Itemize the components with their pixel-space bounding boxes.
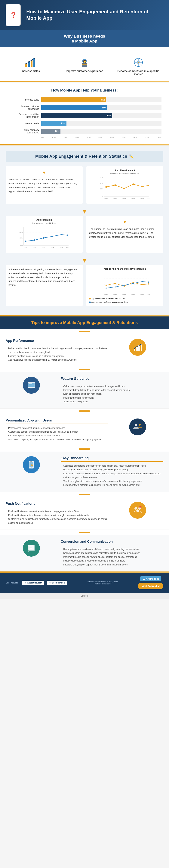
bar-fill-2: 59% — [41, 113, 112, 118]
svg-point-87 — [141, 344, 142, 345]
svg-text:2014: 2014 — [123, 198, 126, 199]
svg-point-63 — [114, 283, 116, 284]
tip-icon-box-app-performance — [112, 339, 163, 356]
push-notifications-icon: ! — [129, 502, 146, 519]
header-section: ❓ How to Maximize User Engagement and Re… — [0, 0, 169, 30]
source-bar: Source: — [0, 593, 169, 599]
svg-text:2012: 2012 — [104, 293, 108, 295]
svg-point-99 — [31, 468, 32, 468]
conversion-communication-icon — [23, 540, 40, 557]
list-item: Push notification expresses the retentio… — [6, 509, 108, 513]
legend-retention: App Retention (% of users with 11 or mor… — [89, 301, 129, 303]
personalized-app-icon — [129, 418, 146, 435]
pencil-icon: ✏️ — [129, 154, 134, 159]
list-item: Teach through action to expose gestures/… — [61, 479, 163, 483]
tip-card-feature-guidance: Feature Guidance Guide users on app impo… — [0, 372, 169, 408]
svg-point-73 — [148, 281, 149, 283]
why-card-sales-title: Increase Sales — [8, 69, 53, 72]
bar-chart: Increase sales 54% Improve customerexper… — [7, 97, 162, 139]
bar-axis: 0%10%20%30%40%50%60%70%80%90%100% — [41, 136, 162, 139]
why-card-experience: 👩 Improve customer experience — [62, 57, 107, 72]
svg-text:2017: 2017 — [147, 293, 150, 295]
bar-container-3: 21% — [41, 121, 162, 126]
svg-point-62 — [105, 285, 107, 286]
svg-text:2015: 2015 — [131, 293, 135, 295]
svg-rect-11 — [82, 64, 87, 65]
tips-section: Tips to improve Mobile App Engagement & … — [0, 316, 169, 571]
svg-rect-12 — [82, 66, 86, 66]
combined-text: In the competitive market, getting more … — [6, 265, 82, 306]
svg-point-48 — [67, 235, 68, 236]
tip-content-feature-guidance: Feature Guidance Guide users on app impo… — [61, 377, 163, 404]
our-products-label: Our Products — [6, 582, 18, 584]
phone-mockup: ❓ — [6, 4, 21, 26]
combined-chart-title: Mobile App Abandonment vs Retention — [89, 268, 161, 270]
svg-rect-82 — [138, 345, 140, 351]
svg-point-27 — [141, 186, 143, 187]
tip-content-personalized-app: Personalized App with Users Personalized… — [6, 418, 108, 442]
tip-title-feature-guidance: Feature Guidance — [61, 377, 163, 382]
svg-point-85 — [137, 346, 137, 347]
combined-chart: Mobile App Abandonment vs Retention — [87, 265, 163, 306]
svg-text:20%: 20% — [100, 188, 103, 190]
svg-point-107 — [136, 509, 139, 512]
svg-point-7 — [34, 58, 35, 59]
tip-list-feature-guidance: Guide users on app important features wi… — [61, 384, 163, 404]
why-business-section: Increase Sales 👩 Improve customer experi… — [0, 48, 169, 81]
list-item: Don't overload users with information fr… — [61, 472, 163, 479]
tip-list-app-performance: Make sure that the first look must be at… — [6, 346, 108, 362]
header-text: How to Maximize User Engagement and Rete… — [26, 9, 163, 22]
bar-row-0: Increase sales 54% — [7, 97, 162, 102]
bar-value-2: 59% — [107, 114, 111, 117]
svg-point-28 — [147, 185, 149, 186]
tip-icon-box-easy-onboarding: ✓ — [6, 456, 57, 473]
tip-title-push-notifications: Push Notifications — [6, 502, 108, 507]
tip-card-personalized-app: Personalized App with Users Personalized… — [0, 414, 169, 446]
svg-text:2017: 2017 — [147, 198, 150, 199]
svg-point-24 — [114, 184, 116, 186]
list-item: Customized content and tailored insights… — [6, 430, 108, 434]
tip-icon-box-push-notifications: ! — [112, 502, 163, 519]
why-card-compete-title: Become competitors in a specific market — [116, 69, 161, 75]
svg-point-70 — [124, 285, 125, 286]
bar-label-4: Parent companyrequirements — [7, 129, 41, 134]
yellow-sep-2 — [79, 369, 90, 370]
tip-title-personalized-app: Personalized App with Users — [6, 418, 108, 424]
legend-abandonment: App Abandonment (% of users after one us… — [89, 298, 125, 300]
tip-card-app-performance: App Performance Make sure that the first… — [0, 334, 169, 367]
footer-info: For information about this Infographicvi… — [87, 581, 118, 585]
compete-icon — [132, 57, 145, 68]
svg-point-69 — [114, 286, 116, 287]
yellow-sep-3 — [79, 410, 90, 412]
svg-rect-101 — [30, 463, 33, 463]
why-card-experience-title: Improve customer experience — [62, 69, 107, 72]
svg-rect-81 — [136, 347, 138, 351]
bar-value-1: 55% — [102, 106, 106, 109]
svg-text:2015: 2015 — [131, 198, 135, 199]
svg-point-23 — [105, 186, 107, 188]
experience-icon: 👩 — [78, 57, 91, 68]
list-item: Customize push notification to target di… — [6, 517, 108, 525]
phone-icon: ❓ — [10, 12, 17, 19]
tip-content-app-performance: App Performance Make sure that the first… — [6, 339, 108, 362]
svg-point-72 — [142, 281, 143, 282]
yellow-sep-1 — [79, 331, 90, 332]
visit-androidist-button[interactable]: Visit Androidist — [138, 583, 163, 589]
svg-point-67 — [148, 283, 149, 284]
legend-dot-blue — [89, 302, 91, 303]
tip-content-conversion-communication: Conversion and Communication Re-target u… — [61, 540, 163, 566]
svg-point-84 — [134, 348, 135, 349]
list-item: Integrate chat, help or support facility… — [61, 563, 163, 566]
list-item: Seamless onboarding experience can help … — [61, 464, 163, 468]
abandonment-text: ▼ According to market research we found … — [6, 166, 82, 204]
legend-dot-orange — [89, 298, 91, 300]
svg-rect-1 — [28, 62, 30, 67]
list-item: Include video tutorial or video messages… — [61, 559, 163, 563]
arrow-icon-1: ▼ — [42, 170, 46, 175]
svg-point-5 — [28, 61, 29, 63]
retention-text: ▼ The number of users returning to an ap… — [87, 216, 163, 253]
svg-point-95 — [135, 424, 137, 426]
abandonment-chart-subtitle: % of users who abandon after one use — [89, 173, 161, 175]
svg-point-43 — [25, 241, 26, 242]
list-item: Implement reward functionality — [61, 396, 163, 400]
